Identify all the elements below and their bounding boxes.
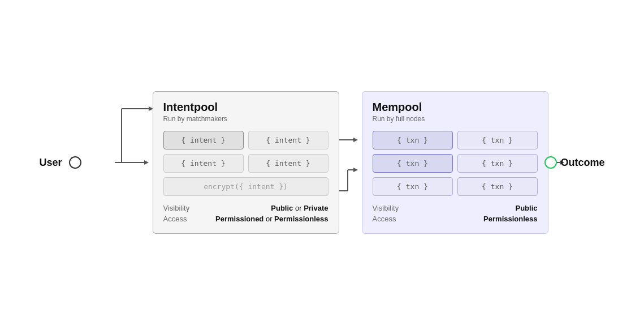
mempool-visibility-row: Visibility Public: [373, 204, 538, 212]
user-label: User: [40, 157, 62, 169]
encrypt-row: encrypt({ intent }): [163, 177, 329, 196]
intent-cell-1: { intent }: [163, 131, 244, 149]
mempool-title: Mempool: [373, 101, 538, 114]
access-value: Permissioned or Permissionless: [215, 215, 328, 223]
txn-cell-2: { txn }: [457, 131, 538, 149]
txn-cell-5: { txn }: [373, 177, 453, 196]
svg-marker-4: [353, 138, 358, 142]
mempool-subtitle: Run by full nodes: [373, 115, 538, 123]
intentpool-title: Intentpool: [163, 101, 329, 114]
txn-cell-6: { txn }: [457, 177, 538, 196]
outcome-circle-icon: [544, 156, 557, 169]
mempool-visibility-value: Public: [515, 204, 537, 212]
txn-cell-3: { txn }: [373, 154, 453, 173]
intentpool-container: Intentpool Run by matchmakers { intent }…: [153, 91, 339, 234]
intentpool-subtitle: Run by matchmakers: [163, 115, 329, 123]
intent-cell-2: { intent }: [248, 131, 329, 149]
outcome-block: Outcome: [544, 156, 604, 169]
access-row: Access Permissioned or Permissionless: [163, 215, 329, 223]
intent-cell-3: { intent }: [163, 154, 244, 173]
txn-cell-4: { txn }: [457, 154, 538, 173]
visibility-value: Public or Private: [271, 204, 328, 212]
mempool-box: Mempool Run by full nodes { txn } { txn …: [362, 91, 548, 234]
encrypt-cell: encrypt({ intent }): [163, 177, 329, 196]
txn-cell-1: { txn }: [373, 131, 453, 149]
diagram-wrapper: User: [40, 21, 605, 304]
user-block: User: [40, 156, 81, 169]
mempool-access-row: Access Permissionless: [373, 215, 538, 223]
access-label: Access: [163, 215, 187, 223]
intent-cell-4: { intent }: [248, 154, 329, 173]
visibility-row: Visibility Public or Private: [163, 204, 329, 212]
mempool-access-value: Permissionless: [483, 215, 537, 223]
intentpool-box: Intentpool Run by matchmakers { intent }…: [153, 91, 339, 234]
txn-grid: { txn } { txn } { txn } { txn } { txn } …: [373, 131, 538, 196]
mempool-container: Mempool Run by full nodes { txn } { txn …: [362, 91, 548, 234]
svg-marker-1: [144, 160, 149, 165]
mempool-access-label: Access: [373, 215, 396, 223]
mempool-visibility-label: Visibility: [373, 204, 399, 212]
outcome-label: Outcome: [560, 157, 604, 169]
intent-grid: { intent } { intent } { intent } { inten…: [163, 131, 329, 173]
user-circle-icon: [69, 156, 81, 169]
visibility-label: Visibility: [163, 204, 190, 212]
svg-marker-8: [353, 168, 358, 172]
